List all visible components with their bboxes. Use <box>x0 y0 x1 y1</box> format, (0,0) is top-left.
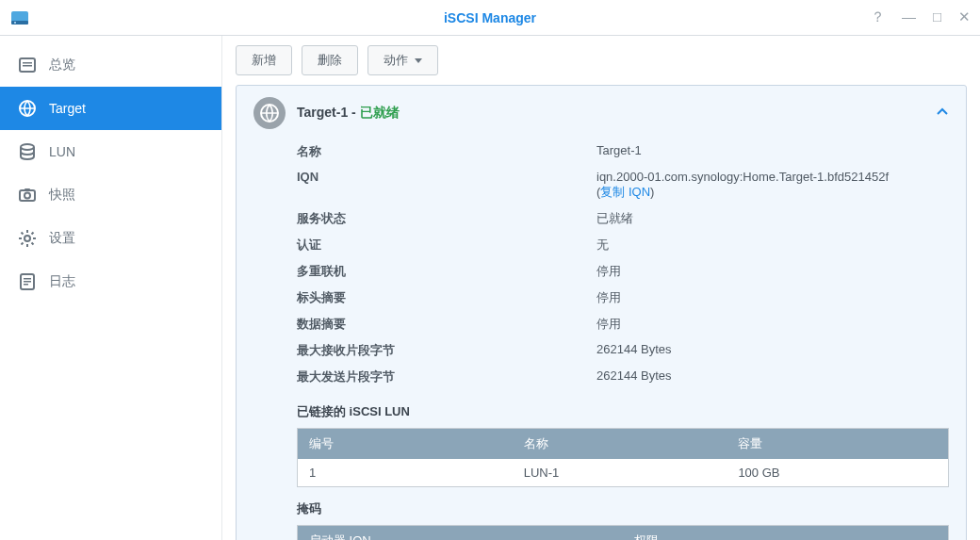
field-label: 多重联机 <box>297 263 596 280</box>
sidebar-item-label: 总览 <box>49 57 75 74</box>
svg-point-11 <box>24 236 30 241</box>
field-value: 无 <box>596 237 949 254</box>
field-value: 262144 Bytes <box>596 368 949 385</box>
sidebar-item-snapshot[interactable]: 快照 <box>0 173 221 217</box>
field-label: 最大接收片段字节 <box>297 342 596 359</box>
cell: LUN-1 <box>513 459 727 486</box>
app-title: iSCSI Manager <box>444 10 536 25</box>
table-header: 启动器 IQN 权限 <box>298 526 948 540</box>
status-badge: 已就绪 <box>360 105 400 120</box>
gear-icon <box>17 228 38 249</box>
main: 总览 Target LUN 快照 设置 <box>0 36 980 540</box>
table-row[interactable]: 1 LUN-1 100 GB <box>298 459 948 486</box>
iqn-value: iqn.2000-01.com.synology:Home.Target-1.b… <box>596 170 889 184</box>
svg-rect-14 <box>24 281 31 283</box>
action-button[interactable]: 动作 <box>368 45 438 75</box>
svg-rect-10 <box>24 188 30 191</box>
sidebar-item-overview[interactable]: 总览 <box>0 43 221 87</box>
cell: 100 GB <box>727 459 948 486</box>
col-header: 名称 <box>513 429 727 459</box>
field-label: 名称 <box>297 143 596 160</box>
field-value: 停用 <box>596 263 949 280</box>
col-header: 容量 <box>727 429 948 459</box>
sidebar-item-lun[interactable]: LUN <box>0 130 221 173</box>
field-label: IQN <box>297 170 596 201</box>
field-label: 数据摘要 <box>297 316 596 333</box>
svg-point-2 <box>14 22 16 24</box>
content: 新增 删除 动作 Target-1 - 已就绪 <box>222 36 980 540</box>
svg-rect-4 <box>23 62 32 64</box>
log-icon <box>17 271 38 292</box>
lun-icon <box>17 141 38 162</box>
sidebar-item-label: 日志 <box>49 273 75 290</box>
field-value: 已就绪 <box>596 210 949 227</box>
field-label: 最大发送片段字节 <box>297 368 596 385</box>
svg-point-7 <box>21 144 34 150</box>
sidebar-item-settings[interactable]: 设置 <box>0 217 221 260</box>
field-value: Target-1 <box>596 143 949 160</box>
target-panel: Target-1 - 已就绪 名称Target-1 IQN iqn.2000-0… <box>236 85 967 540</box>
cell: 1 <box>298 459 513 486</box>
details: 名称Target-1 IQN iqn.2000-01.com.synology:… <box>253 129 949 540</box>
target-name: Target-1 <box>297 105 348 120</box>
svg-rect-15 <box>24 284 28 286</box>
app-icon <box>9 8 30 28</box>
window-controls: ？ — □ ✕ <box>871 8 971 26</box>
panel-title: Target-1 - 已就绪 <box>297 105 400 122</box>
mask-table: 启动器 IQN 权限 默认权限 可读写 <box>297 525 949 540</box>
mask-section-title: 掩码 <box>297 500 949 517</box>
field-value: iqn.2000-01.com.synology:Home.Target-1.b… <box>596 170 949 201</box>
field-label: 标头摘要 <box>297 289 596 306</box>
sidebar: 总览 Target LUN 快照 设置 <box>0 36 222 540</box>
lun-table: 编号 名称 容量 1 LUN-1 100 GB <box>297 428 949 487</box>
col-header: 编号 <box>298 429 513 459</box>
minimize-icon[interactable]: — <box>902 8 916 26</box>
copy-iqn-link[interactable]: 复制 IQN <box>600 185 650 199</box>
field-value: 停用 <box>596 316 949 333</box>
maximize-icon[interactable]: □ <box>933 8 941 26</box>
action-button-label: 动作 <box>384 52 408 69</box>
overview-icon <box>17 55 38 75</box>
field-label: 服务状态 <box>297 210 596 227</box>
field-value: 停用 <box>596 289 949 306</box>
sidebar-item-target[interactable]: Target <box>0 87 221 130</box>
delete-button[interactable]: 删除 <box>302 45 358 75</box>
sidebar-item-label: 快照 <box>49 187 75 204</box>
svg-point-9 <box>24 193 30 199</box>
svg-rect-5 <box>23 65 32 67</box>
collapse-icon[interactable] <box>936 106 949 122</box>
sidebar-item-label: Target <box>49 101 86 116</box>
svg-rect-1 <box>11 21 28 25</box>
col-header: 启动器 IQN <box>298 526 623 540</box>
field-value: 262144 Bytes <box>596 342 949 359</box>
field-label: 认证 <box>297 237 596 254</box>
globe-icon <box>253 97 286 129</box>
sidebar-item-log[interactable]: 日志 <box>0 260 221 303</box>
target-icon <box>17 98 38 119</box>
svg-rect-13 <box>24 278 31 280</box>
new-button[interactable]: 新增 <box>236 45 292 75</box>
sidebar-item-label: 设置 <box>49 230 75 247</box>
lun-section-title: 已链接的 iSCSI LUN <box>297 403 949 420</box>
help-icon[interactable]: ？ <box>871 8 885 26</box>
panel-header: Target-1 - 已就绪 <box>253 97 949 129</box>
sidebar-item-label: LUN <box>49 144 75 159</box>
toolbar: 新增 删除 动作 <box>236 45 967 75</box>
chevron-down-icon <box>415 58 422 63</box>
col-header: 权限 <box>623 526 948 540</box>
snapshot-icon <box>17 185 38 205</box>
table-header: 编号 名称 容量 <box>298 429 948 459</box>
close-icon[interactable]: ✕ <box>958 8 971 26</box>
titlebar: iSCSI Manager ？ — □ ✕ <box>0 0 980 36</box>
